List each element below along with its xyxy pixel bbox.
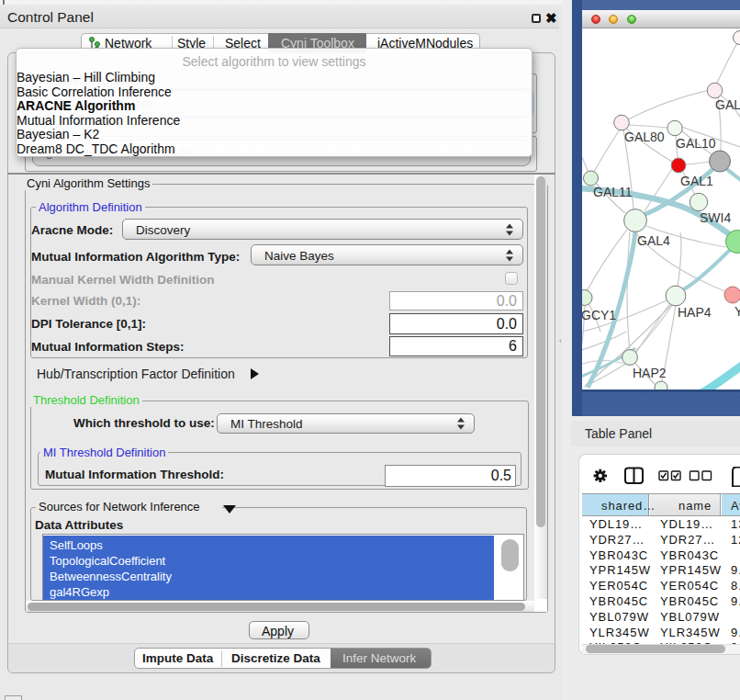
svg-text:YM: YM <box>734 304 740 319</box>
svg-text:HAP4: HAP4 <box>678 305 712 320</box>
svg-text:GAL1: GAL1 <box>680 174 713 188</box>
svg-text:HAP2: HAP2 <box>633 366 667 380</box>
svg-text:GAL4: GAL4 <box>637 233 670 248</box>
svg-text:GCY1: GCY1 <box>582 308 616 322</box>
svg-text:SWI4: SWI4 <box>700 210 731 225</box>
svg-text:GAL11: GAL11 <box>593 185 633 199</box>
svg-text:GAL7: GAL7 <box>715 97 740 112</box>
svg-text:GAL10: GAL10 <box>676 136 716 151</box>
svg-text:GAL80: GAL80 <box>624 130 665 144</box>
